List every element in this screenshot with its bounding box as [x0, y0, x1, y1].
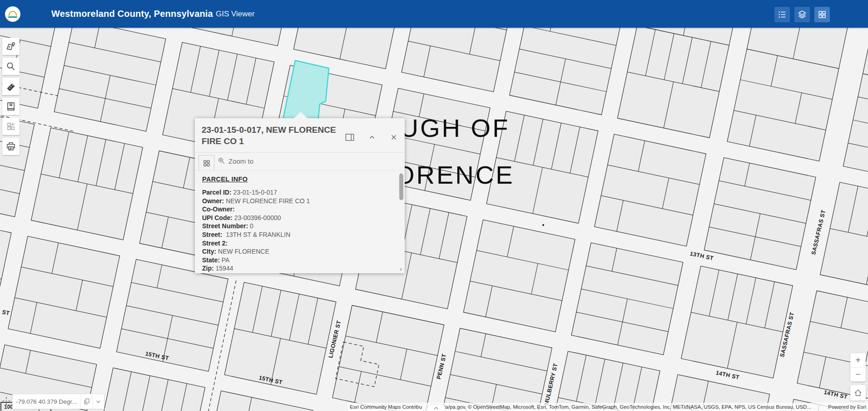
field-street: Street: 13TH ST & FRANKLIN — [202, 231, 405, 239]
home-icon — [853, 388, 863, 397]
bookmark-tool-button[interactable] — [2, 98, 20, 115]
close-popup-button[interactable] — [388, 131, 400, 143]
zoom-out-button[interactable]: − — [850, 368, 866, 382]
bookmark-icon — [5, 101, 16, 112]
add-data-tool-button[interactable] — [2, 118, 20, 135]
add-data-icon — [5, 121, 16, 132]
attribution-text-end: ta/pa.gov, © OpenStreetMap, Microsoft, E… — [444, 404, 811, 410]
field-upi-code: UPI Code: 23-00396-00000 — [202, 214, 405, 222]
layers-icon — [797, 10, 807, 20]
coordinate-value[interactable]: -79.076 40.379 Degr... — [13, 394, 80, 409]
coordinate-format-dropdown[interactable] — [92, 394, 104, 409]
directions-tool-button[interactable] — [2, 38, 20, 55]
search-icon — [5, 61, 16, 72]
attribution-expand-button[interactable] — [427, 404, 445, 411]
layers-button[interactable] — [794, 7, 810, 22]
zoom-to-label: Zoom to — [228, 157, 253, 165]
field-co-owner: Co-Owner: — [202, 205, 405, 214]
scroll-down-arrow[interactable]: ▼ — [399, 268, 403, 272]
feature-grid-icon — [202, 158, 212, 168]
popup-content[interactable]: PARCEL INFO Parcel ID: 23-01-15-0-017 Ow… — [195, 171, 405, 273]
chevron-down-icon — [95, 398, 102, 405]
zoom-to-icon — [218, 157, 226, 165]
field-zip: Zip: 15944 — [202, 264, 405, 273]
attribution-text-start: Esri Community Maps Contribu — [350, 404, 422, 410]
collapse-popup-button[interactable] — [366, 131, 378, 143]
zoom-controls: + − — [850, 353, 866, 381]
field-parcel-id: Parcel ID: 23-01-15-0-017 — [202, 188, 405, 197]
print-icon — [5, 141, 16, 152]
powered-by-esri[interactable]: Powered by Esri — [826, 404, 868, 410]
app-header: Westmoreland County, Pennsylvania GIS Vi… — [0, 0, 868, 28]
coordinate-tracking-icon[interactable] — [1, 396, 11, 408]
copy-icon — [83, 398, 90, 405]
legend-button[interactable] — [774, 7, 790, 22]
feature-grid-button[interactable] — [198, 155, 214, 171]
app-name: GIS Viewer — [216, 10, 255, 19]
print-tool-button[interactable] — [2, 138, 20, 155]
popup-title: 23-01-15-0-017, NEW FLORENCE FIRE CO 1 — [202, 125, 356, 147]
attribution-bar: Esri Community Maps Contribu ta/pa.gov, … — [348, 403, 868, 411]
county-logo — [5, 6, 20, 22]
field-owner: Owner: NEW FLORENCE FIRE CO 1 — [202, 197, 405, 206]
feature-popup: 23-01-15-0-017, NEW FLORENCE FIRE CO 1 Z… — [195, 118, 405, 273]
measure-ruler-icon — [5, 81, 16, 92]
popup-divider-top — [195, 152, 405, 153]
popup-pointer — [294, 112, 308, 118]
home-button[interactable] — [850, 385, 866, 401]
map-point — [542, 224, 544, 226]
search-tool-button[interactable] — [2, 58, 20, 75]
section-heading: PARCEL INFO — [202, 175, 248, 183]
dock-popup-button[interactable] — [344, 131, 356, 143]
field-street-number: Street Number: 0 — [202, 222, 405, 231]
basemap-gallery-button[interactable] — [814, 7, 830, 22]
field-state: State: PA — [202, 256, 405, 265]
copy-coordinates-button[interactable] — [80, 394, 92, 409]
coordinate-widget: -79.076 40.379 Degr... — [12, 394, 104, 409]
field-city: CIty: NEW FLORENCE — [202, 247, 405, 256]
chevron-up-icon — [433, 406, 439, 411]
chevron-up-icon — [368, 133, 376, 141]
basemap-grid-icon — [817, 10, 827, 20]
scrollbar-thumb[interactable] — [399, 174, 403, 200]
zoom-to-button[interactable]: Zoom to — [218, 157, 253, 165]
close-icon — [390, 133, 398, 141]
legend-list-icon — [777, 10, 787, 20]
zoom-in-button[interactable]: + — [850, 353, 866, 368]
page-title: Westmoreland County, Pennsylvania — [51, 9, 213, 19]
map-canvas[interactable]: BOROUGH OF NEW FLORENCE LIGONIER ST PENN… — [0, 0, 868, 411]
map-directions-icon — [5, 41, 16, 52]
dock-icon — [345, 133, 355, 142]
field-street-2: Street 2: — [202, 239, 405, 248]
measure-tool-button[interactable] — [2, 78, 20, 95]
